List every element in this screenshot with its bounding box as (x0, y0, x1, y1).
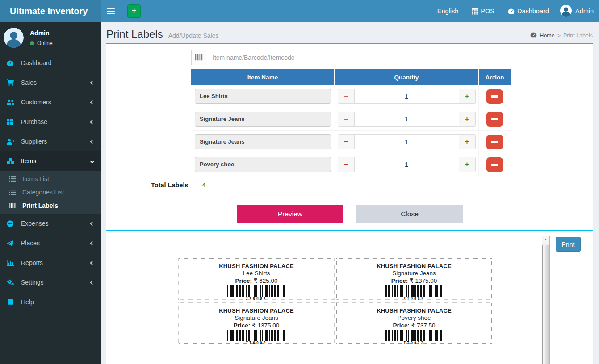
sidebar-item-label: Places (21, 240, 40, 247)
app-logo[interactable]: Ultimate Inventory (0, 0, 101, 22)
label-item-code: IT0012 (337, 341, 491, 345)
close-button[interactable]: Close (356, 205, 463, 223)
item-name-cell: Signature Jeans (195, 112, 331, 127)
increase-quantity-button[interactable]: + (459, 157, 475, 172)
nav-dashboard[interactable]: Dashboard (501, 0, 556, 22)
sidebar-subitem-items-list[interactable]: Items List (0, 172, 101, 186)
remove-item-button[interactable] (486, 135, 503, 149)
preview-scrollbar[interactable]: ▲ (542, 236, 550, 364)
sidebar-item-dashboard[interactable]: Dashboard (0, 53, 101, 73)
quantity-input[interactable] (355, 135, 459, 149)
gears-icon (7, 279, 17, 286)
barcode-image (385, 285, 443, 297)
nav-user-menu[interactable]: Admin (556, 0, 599, 22)
chevron-down-icon (90, 159, 95, 163)
user-plus-icon (7, 139, 17, 145)
remove-item-button[interactable] (486, 157, 503, 172)
remove-item-button[interactable] (486, 112, 503, 127)
col-header-quantity: Quantity (335, 69, 478, 85)
breadcrumb-current: Print Labels (563, 33, 593, 39)
item-name-cell: Povery shoe (195, 157, 331, 172)
scrollbar-up-arrow-icon[interactable]: ▲ (542, 236, 549, 243)
nav-dashboard-label: Dashboard (517, 0, 549, 22)
list-icon (9, 176, 19, 182)
users-icon (7, 99, 17, 105)
sidebar-item-customers[interactable]: Customers (0, 92, 101, 112)
grid-icon (7, 119, 17, 125)
add-button[interactable]: + (127, 4, 141, 18)
list-icon (9, 190, 19, 195)
nav-language[interactable]: English (431, 0, 465, 22)
sidebar-subitem-label: Items List (22, 175, 49, 182)
item-name-cell: Lee Shirts (195, 89, 331, 104)
dashboard-icon (530, 32, 537, 39)
price-label-preview: KHUSH FASHION PALACEPovery shoePrice: ₹ … (336, 303, 492, 344)
barcode-image (385, 330, 443, 341)
breadcrumb-separator: > (557, 33, 561, 39)
sidebar-item-purchase[interactable]: Purchase (0, 112, 101, 132)
navbar-right: English POS Dashboard Admin (431, 0, 599, 22)
remove-item-button[interactable] (486, 89, 503, 104)
user-avatar-icon (560, 5, 572, 18)
table-row: Signature Jeans−+ (191, 108, 511, 131)
user-name: Admin (30, 29, 53, 37)
preview-button[interactable]: Preview (237, 205, 343, 223)
minus-icon (491, 141, 498, 143)
increase-quantity-button[interactable]: + (459, 89, 475, 103)
label-item-name: Signature Jeans (179, 314, 334, 321)
price-label-preview: KHUSH FASHION PALACELee ShirtsPrice: ₹ 6… (179, 258, 334, 299)
increase-quantity-button[interactable]: + (459, 112, 475, 126)
label-store-name: KHUSH FASHION PALACE (179, 263, 334, 269)
sidebar: Admin Online DashboardSalesCustomersPurc… (0, 22, 101, 364)
sidebar-item-reports[interactable]: Reports (0, 253, 101, 273)
quantity-stepper: −+ (338, 134, 476, 149)
nav-pos[interactable]: POS (465, 0, 501, 22)
table-row: Povery shoe−+ (191, 153, 511, 176)
label-store-name: KHUSH FASHION PALACE (337, 307, 491, 314)
sidebar-item-suppliers[interactable]: Suppliers (0, 132, 101, 151)
quantity-input[interactable] (355, 112, 459, 126)
search-input[interactable] (207, 50, 502, 65)
decrease-quantity-button[interactable]: − (338, 112, 355, 126)
minus-icon (491, 164, 498, 166)
labels-preview-panel: Print ▲ KHUSH FASHION PALACELee ShirtsPr… (106, 230, 593, 364)
sidebar-item-settings[interactable]: Settings (0, 273, 101, 292)
increase-quantity-button[interactable]: + (459, 135, 475, 149)
sidebar-submenu-items: Items ListCategories ListPrint Labels (0, 171, 101, 214)
sidebar-subitem-print-labels[interactable]: Print Labels (0, 199, 101, 212)
minus-icon (491, 118, 498, 120)
sidebar-item-expenses[interactable]: Expenses (0, 214, 101, 233)
minus-circle-icon (7, 220, 17, 227)
label-price: Price: ₹ 1375.00 (337, 277, 491, 284)
online-dot-icon (30, 41, 34, 46)
quantity-input[interactable] (355, 157, 459, 172)
main-content: Print Labels Add/Update Sales Home > Pri… (101, 22, 599, 364)
barcode-icon (191, 50, 207, 65)
sidebar-item-label: Items (21, 157, 36, 165)
label-item-name: Signature Jeans (337, 270, 491, 277)
print-button[interactable]: Print (556, 237, 581, 252)
sidebar-subitem-categories-list[interactable]: Categories List (0, 186, 101, 199)
label-price: Price: ₹ 737.50 (337, 322, 491, 329)
labels-grid: KHUSH FASHION PALACELee ShirtsPrice: ₹ 6… (179, 258, 494, 344)
decrease-quantity-button[interactable]: − (338, 157, 355, 172)
decrease-quantity-button[interactable]: − (338, 89, 355, 103)
sidebar-item-label: Reports (21, 259, 43, 266)
barcode-image (227, 330, 285, 341)
sidebar-item-label: Settings (21, 279, 44, 286)
quantity-input[interactable] (355, 89, 459, 103)
sidebar-item-help[interactable]: Help (0, 292, 101, 312)
sidebar-user-panel: Admin Online (0, 22, 101, 52)
items-table-body: Lee Shirts−+Signature Jeans−+Signature J… (191, 85, 511, 176)
sidebar-item-places[interactable]: Places (0, 233, 101, 253)
decrease-quantity-button[interactable]: − (338, 135, 355, 149)
breadcrumb-home[interactable]: Home (540, 33, 554, 39)
hamburger-icon[interactable] (107, 0, 125, 22)
scrollbar-thumb[interactable] (542, 245, 549, 364)
page-title: Print Labels (106, 28, 163, 40)
sidebar-item-sales[interactable]: Sales (0, 73, 101, 92)
paper-plane-icon (7, 240, 17, 246)
chevron-left-icon (90, 139, 95, 144)
sidebar-subitem-label: Print Labels (22, 202, 58, 209)
sidebar-item-items[interactable]: Items (0, 151, 101, 171)
